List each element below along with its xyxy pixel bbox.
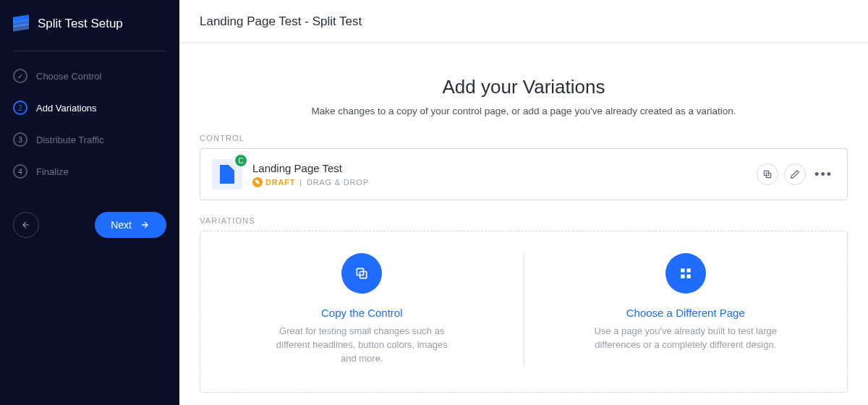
next-button-label: Next bbox=[111, 219, 132, 231]
step-choose-control[interactable]: Choose Control bbox=[0, 60, 179, 92]
dots-icon: ••• bbox=[814, 167, 833, 182]
svg-rect-5 bbox=[686, 268, 690, 272]
duplicate-button[interactable] bbox=[757, 163, 778, 185]
grid-icon bbox=[679, 267, 692, 280]
page-title: Add your Variations bbox=[200, 76, 848, 98]
content: Add your Variations Make changes to a co… bbox=[179, 43, 868, 393]
choose-page-icon-button[interactable] bbox=[665, 253, 706, 294]
step-number-badge: 2 bbox=[13, 101, 27, 115]
copy-icon bbox=[762, 169, 773, 179]
card-actions: ••• bbox=[757, 163, 835, 185]
choose-page-title: Choose a Different Page bbox=[553, 307, 819, 319]
step-distribute-traffic[interactable]: 3 Distribute Traffic bbox=[0, 124, 179, 155]
control-subtitle: ✎ DRAFT | DRAG & DROP bbox=[252, 177, 746, 187]
step-label: Finalize bbox=[36, 166, 69, 177]
page-subtitle: Make changes to a copy of your control p… bbox=[200, 106, 848, 116]
copy-control-title: Copy the Control bbox=[229, 307, 495, 319]
svg-rect-7 bbox=[686, 275, 690, 278]
step-number-badge: 3 bbox=[13, 132, 27, 147]
step-finalize[interactable]: 4 Finalize bbox=[0, 155, 179, 187]
main: Landing Page Test - Split Test Add your … bbox=[179, 0, 868, 405]
arrow-right-icon bbox=[139, 220, 150, 230]
builder-type: DRAG & DROP bbox=[307, 178, 369, 187]
control-badge: C bbox=[234, 153, 248, 168]
step-label: Choose Control bbox=[36, 71, 101, 82]
choose-page-option[interactable]: Choose a Different Page Use a page you'v… bbox=[524, 253, 848, 366]
copy-control-icon-button[interactable] bbox=[341, 253, 382, 294]
status-badge: ✎ DRAFT bbox=[252, 177, 295, 187]
page-thumbnail: C bbox=[212, 159, 242, 189]
pencil-icon: ✎ bbox=[252, 177, 263, 187]
svg-rect-4 bbox=[681, 268, 684, 272]
separator: | bbox=[299, 178, 302, 187]
step-label: Distribute Traffic bbox=[36, 135, 104, 145]
svg-rect-6 bbox=[681, 275, 684, 278]
step-number-badge: 4 bbox=[13, 164, 27, 179]
control-card: C Landing Page Test ✎ DRAFT | DRAG & DRO… bbox=[200, 148, 848, 200]
wizard-steps: Choose Control 2 Add Variations 3 Distri… bbox=[0, 57, 179, 190]
choose-page-desc: Use a page you've already built to test … bbox=[592, 325, 780, 352]
check-icon bbox=[13, 69, 27, 83]
breadcrumb: Landing Page Test - Split Test bbox=[200, 14, 848, 29]
step-label: Add Variations bbox=[36, 103, 97, 114]
arrow-left-icon bbox=[21, 220, 31, 230]
pencil-icon bbox=[790, 169, 800, 179]
control-title: Landing Page Test bbox=[252, 162, 746, 174]
status-text: DRAFT bbox=[265, 178, 295, 187]
sidebar-actions: Next bbox=[0, 190, 179, 238]
edit-button[interactable] bbox=[784, 163, 806, 185]
sidebar-header: Split Test Setup bbox=[0, 0, 179, 51]
layers-icon bbox=[13, 16, 29, 32]
back-button[interactable] bbox=[13, 212, 39, 238]
page-icon bbox=[220, 165, 234, 184]
step-add-variations[interactable]: 2 Add Variations bbox=[0, 92, 179, 124]
copy-control-desc: Great for testing small changes such as … bbox=[268, 325, 456, 366]
variations-section-label: VARIATIONS bbox=[200, 216, 848, 225]
next-button[interactable]: Next bbox=[95, 212, 166, 238]
topbar: Landing Page Test - Split Test bbox=[179, 0, 868, 43]
control-meta: Landing Page Test ✎ DRAFT | DRAG & DROP bbox=[252, 162, 746, 187]
control-section-label: CONTROL bbox=[200, 134, 848, 142]
copy-icon bbox=[354, 266, 369, 281]
sidebar-title: Split Test Setup bbox=[38, 17, 123, 31]
divider bbox=[13, 51, 166, 51]
sidebar: Split Test Setup Choose Control 2 Add Va… bbox=[0, 0, 179, 405]
variations-box: Copy the Control Great for testing small… bbox=[200, 231, 848, 393]
more-button[interactable]: ••• bbox=[812, 167, 835, 182]
copy-control-option[interactable]: Copy the Control Great for testing small… bbox=[200, 253, 524, 366]
